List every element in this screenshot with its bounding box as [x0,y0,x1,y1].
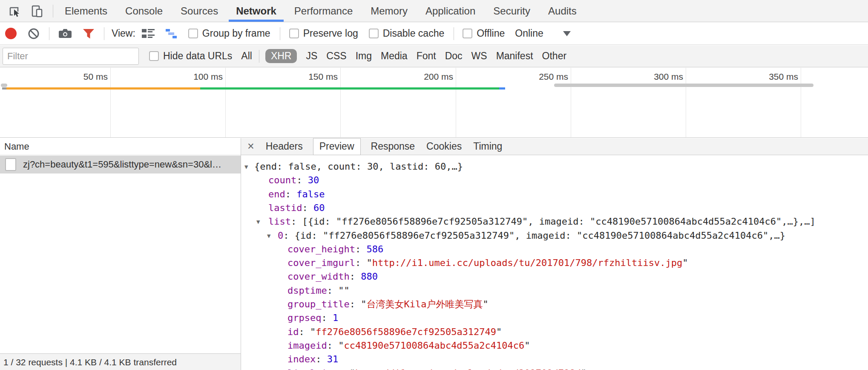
json-plain-text: : {id: "ff276e8056f58896e7cf92505a312749… [283,230,785,241]
json-tree-line[interactable]: ▼{end: false, count: 30, lastid: 60,…} [241,160,868,173]
json-key: lastid [268,202,302,213]
json-plain-text: : [299,327,310,337]
close-icon[interactable]: × [247,141,254,152]
preserve-log-label[interactable]: Preserve log [303,28,358,39]
filter-funnel-icon[interactable] [83,28,95,39]
filter-input[interactable] [3,48,139,65]
json-plain-text: " [496,327,502,337]
json-plain-text: " [361,299,366,309]
expand-triangle-icon[interactable]: ▼ [256,215,260,228]
json-tree-line[interactable]: ▼0: {id: "ff276e8056f58896e7cf92505a3127… [241,229,868,243]
offline-checkbox[interactable] [463,29,472,38]
detail-tabs: HeadersPreviewResponseCookiesTiming [254,138,503,155]
json-plain-text: : [321,312,333,323]
overview-bar-start-segment [2,87,6,90]
view-label: View: [112,28,135,39]
timeline-gridline [801,68,801,137]
tab-audits[interactable]: Audits [539,0,586,22]
json-plain-text: : [350,271,361,282]
filter-type-css[interactable]: CSS [326,50,346,62]
json-tree-line: count: 30 [241,173,868,187]
tabbar-separator [53,5,53,17]
detail-tab-timing[interactable]: Timing [473,141,502,152]
network-filter-bar: Hide data URLs All XHRJSCSSImgMediaFontD… [0,45,868,67]
filter-type-ws[interactable]: WS [471,50,487,62]
json-plain-text: " [310,327,316,337]
device-toolbar-icon[interactable] [30,4,44,18]
inspect-element-icon[interactable] [8,4,22,18]
filter-type-media[interactable]: Media [381,50,408,62]
overview-scrollbar-thumb[interactable] [554,84,813,87]
tab-memory[interactable]: Memory [362,0,417,22]
screenshot-camera-icon[interactable] [58,28,72,40]
group-by-frame-label[interactable]: Group by frame [202,28,270,39]
summary-text: 1 / 32 requests | 4.1 KB / 4.1 KB transf… [3,357,177,367]
filter-type-img[interactable]: Img [356,50,372,62]
tab-console[interactable]: Console [116,0,172,22]
json-number: 60 [313,202,325,213]
chevron-down-icon[interactable] [563,31,571,36]
timeline-gridline [225,68,226,137]
overview-scroll-stub [1,84,7,87]
filter-type-doc[interactable]: Doc [445,50,463,62]
name-column-header[interactable]: Name [0,138,241,155]
tab-security[interactable]: Security [484,0,539,22]
json-plain-text: : [355,257,367,268]
expand-triangle-icon[interactable]: ▼ [244,160,248,173]
disable-cache-label[interactable]: Disable cache [383,28,444,39]
json-number: 880 [361,271,378,282]
detail-tab-cookies[interactable]: Cookies [426,141,462,152]
tab-performance[interactable]: Performance [285,0,362,22]
filter-type-all[interactable]: All [241,50,252,62]
offline-label[interactable]: Offline [477,28,505,39]
json-key: list [268,216,291,227]
json-key: dsptime [287,285,327,296]
detail-tab-response[interactable]: Response [371,141,415,152]
tab-sources[interactable]: Sources [172,0,227,22]
hide-data-urls-label[interactable]: Hide data URLs [163,50,232,62]
timeline-gridline [571,68,571,137]
json-key: imageid [287,340,327,351]
large-request-rows-icon[interactable] [141,28,155,39]
json-plain-text: : [350,299,361,309]
timeline-tick-label: 100 ms [176,72,223,83]
json-plain-text: " [524,340,530,351]
filter-type-manifest[interactable]: Manifest [496,50,533,62]
filter-type-font[interactable]: Font [417,50,436,62]
tab-application[interactable]: Application [417,0,484,22]
request-name: zj?ch=beauty&t1=595&listtype=new&sn=30&l… [23,159,221,170]
request-row-selected[interactable]: zj?ch=beauty&t1=595&listtype=new&sn=30&l… [0,156,241,173]
detail-tab-bar: × HeadersPreviewResponseCookiesTiming [241,138,868,155]
expand-triangle-icon[interactable]: ▼ [267,229,270,243]
json-plain-text: : [355,244,367,254]
detail-tab-preview-active[interactable]: Preview [313,138,361,155]
disable-cache-checkbox[interactable] [369,29,379,38]
tab-network[interactable]: Network [227,0,285,22]
filter-type-js[interactable]: JS [306,50,317,62]
detail-tab-headers[interactable]: Headers [266,141,303,152]
active-tab-underline [229,20,284,22]
throttling-select[interactable]: Online [515,28,543,39]
json-plain-text: : [{id: "ff276e8056f58896e7cf92505a31274… [291,216,816,227]
json-plain-text: : [327,285,339,296]
clear-icon[interactable] [28,28,40,40]
json-tree-line[interactable]: ▼list: [{id: "ff276e8056f58896e7cf92505a… [241,215,868,228]
devtools-tab-strip: ElementsConsoleSourcesNetworkPerformance… [0,0,868,22]
json-tree-line: id: "ff276e8056f58896e7cf92505a312749" [241,325,868,339]
json-plain-text: {end: false, count: 30, lastid: 60,…} [254,161,463,172]
tab-elements[interactable]: Elements [56,0,116,22]
json-tree-line: littleimg: "http://i1.umei.cc/uploads/tu… [241,367,868,370]
show-overview-icon[interactable] [165,28,179,39]
hide-data-urls-checkbox[interactable] [149,51,159,61]
json-plain-text: " [338,340,344,351]
filter-type-other[interactable]: Other [542,50,567,62]
timeline-tick-label: 250 ms [521,72,568,83]
preserve-log-checkbox[interactable] [289,29,299,38]
json-key: id [287,327,299,337]
group-by-frame-checkbox[interactable] [188,29,198,38]
record-icon[interactable] [5,28,17,39]
filter-type-xhr-active[interactable]: XHR [265,49,297,63]
json-number: 30 [308,175,319,185]
json-tree-line: cover_height: 586 [241,243,868,256]
timeline-gridline [110,68,111,137]
